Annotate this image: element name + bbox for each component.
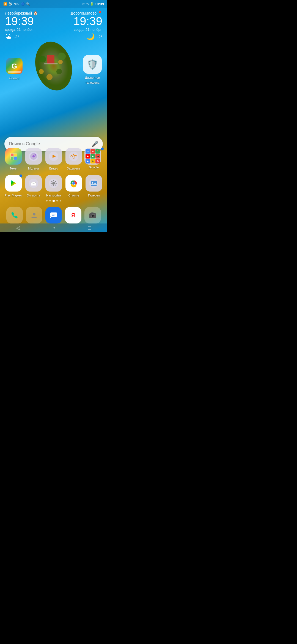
phone-manager-label: Диспетчер	[85, 76, 100, 79]
app-themes[interactable]: Темы	[4, 148, 23, 171]
chrome-icon	[65, 175, 82, 192]
app-phone-manager[interactable]: 🛡️ Диспетчер телефона	[82, 55, 102, 85]
status-time: 19:39	[95, 2, 104, 6]
music-icon	[25, 148, 42, 165]
gallery-label: Галерея	[88, 194, 100, 197]
app-gallery[interactable]: Галерея	[84, 175, 103, 198]
app-email[interactable]: Эл. почта	[24, 175, 43, 198]
chrome-label: Chrome	[68, 194, 79, 197]
google-folder-icon: G M 📍 ▶ ▶ 📸 ▶ 📞 🌸	[84, 148, 103, 165]
gboard-g-letter: G	[12, 62, 17, 70]
svg-rect-39	[91, 181, 97, 186]
email-label: Эл. почта	[27, 194, 40, 197]
app-row-1: Темы Музыка	[0, 148, 107, 171]
svg-point-5	[56, 69, 62, 74]
svg-point-42	[33, 213, 35, 215]
dot-4[interactable]	[60, 200, 61, 201]
app-play-market[interactable]: Play Маркет	[4, 175, 23, 198]
play-market-label: Play	[5, 194, 10, 197]
bluetooth-icon: 🔵	[21, 2, 25, 6]
shield-icon: 🛡️	[87, 59, 98, 70]
weather1-temp: -2°	[14, 34, 19, 39]
dock-camera[interactable]	[84, 207, 101, 223]
status-icons: 📶 📡 NFC 🔵 🔍	[3, 2, 30, 6]
phone-manager-icon-bg: 🛡️	[83, 55, 102, 74]
themes-icon	[5, 148, 22, 165]
search-icon: 🔍	[26, 2, 30, 6]
google-folder-label: Google	[89, 166, 99, 169]
weather2-temp: -2°	[97, 34, 102, 39]
app-settings[interactable]: Настройки	[44, 175, 63, 198]
gboard-label: Gboard	[9, 77, 20, 80]
dot-3[interactable]	[56, 200, 58, 201]
svg-point-6	[39, 69, 44, 74]
status-bar: 📶 📡 NFC 🔵 🔍 96 % 🔋 19:39	[0, 0, 107, 8]
location1-date: среда, 21 ноября	[5, 28, 38, 32]
svg-point-7	[46, 74, 53, 80]
nfc-icon: NFC	[14, 2, 20, 6]
app-music[interactable]: Музыка	[24, 148, 43, 171]
gboard-icon-bg: G	[6, 58, 23, 74]
home-button[interactable]: ○	[53, 225, 56, 231]
search-placeholder: Поиск в Google	[9, 141, 92, 146]
play-market-icon	[5, 175, 22, 192]
dot-1[interactable]	[49, 200, 51, 201]
dot-2-active[interactable]	[53, 200, 55, 202]
back-button[interactable]: ◁	[16, 225, 20, 231]
svg-point-4	[58, 53, 66, 60]
weather1-icon: 🌤	[5, 33, 12, 40]
weather-widget: Левобережный 🏠 19:39 среда, 21 ноября 🌤 …	[0, 9, 107, 43]
svg-text:Я: Я	[71, 212, 75, 218]
recents-button[interactable]: □	[88, 225, 91, 231]
dock-phone[interactable]	[6, 207, 23, 223]
svg-rect-10	[11, 154, 13, 156]
app-grid: Темы Музыка	[0, 148, 107, 202]
notification-dot	[101, 148, 104, 150]
settings-label: Настройки	[46, 194, 61, 197]
weather-location-1[interactable]: Левобережный 🏠 19:39 среда, 21 ноября 🌤 …	[5, 11, 38, 40]
sim-icon: 📶	[3, 2, 7, 6]
dot-0[interactable]	[46, 200, 48, 201]
page-dots	[0, 200, 107, 202]
gallery-icon	[86, 175, 102, 192]
svg-rect-1	[47, 55, 54, 64]
gboard-keyboard-hint	[8, 71, 21, 73]
svg-point-25	[52, 182, 55, 185]
svg-point-51	[92, 215, 94, 217]
app-gboard[interactable]: G Gboard	[5, 58, 24, 80]
battery-level: 96 %	[82, 2, 89, 6]
svg-point-3	[39, 56, 46, 62]
app-health[interactable]: Здоровье	[64, 148, 83, 171]
phone-manager-label2: телефона	[86, 81, 100, 84]
location2-date: среда, 21 ноября	[71, 28, 102, 32]
location1-time: 19:39	[5, 15, 38, 27]
video-icon	[45, 148, 62, 165]
app-chrome[interactable]: Chrome	[64, 175, 83, 198]
battery-icon: 🔋	[90, 2, 94, 6]
svg-point-40	[92, 182, 93, 183]
svg-rect-2	[44, 63, 58, 64]
weather2-icon: 🌙	[87, 33, 95, 40]
dock-contacts[interactable]	[26, 207, 42, 223]
email-icon	[25, 175, 42, 192]
wifi-icon: 📡	[9, 2, 12, 6]
dock-messages[interactable]	[45, 207, 62, 223]
app-row-2: Play Маркет Эл. почта	[0, 175, 107, 198]
svg-rect-13	[14, 157, 17, 160]
status-right: 96 % 🔋 19:39	[82, 2, 104, 6]
svg-point-0	[30, 37, 77, 95]
play-market-label2: Маркет	[12, 194, 22, 197]
svg-rect-52	[91, 212, 94, 214]
dock-yandex[interactable]: Я	[65, 207, 81, 223]
svg-rect-12	[11, 157, 13, 160]
svg-rect-11	[14, 154, 17, 156]
svg-point-16	[32, 155, 35, 157]
svg-marker-46	[50, 217, 52, 218]
weather-location-2[interactable]: Дорогомилово 📍 19:39 среда, 21 ноября 🌙 …	[71, 11, 102, 40]
microphone-icon[interactable]: 🎤	[92, 141, 98, 147]
nav-bar: ◁ ○ □	[0, 223, 107, 232]
svg-point-53	[94, 214, 95, 215]
health-icon	[65, 148, 82, 165]
app-video[interactable]: Видео	[44, 148, 63, 171]
app-google-folder[interactable]: G M 📍 ▶ ▶ 📸 ▶ 📞 🌸 Google	[84, 148, 103, 171]
